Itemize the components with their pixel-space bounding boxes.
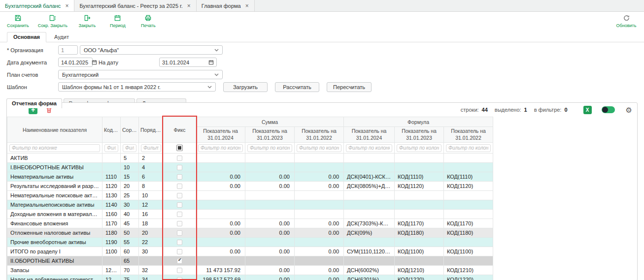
- org-select[interactable]: ООО "Альфа": [80, 45, 223, 55]
- col-header-formula-2022[interactable]: Показатель на 31.01.2022: [444, 127, 493, 143]
- refresh-button[interactable]: Обновить: [615, 14, 637, 28]
- fix-checkbox[interactable]: [177, 174, 182, 180]
- table-row[interactable]: Налог на добавленную стоимость по пр...1…: [7, 275, 493, 280]
- tab-audit[interactable]: Аудит: [48, 32, 75, 42]
- col-header-sum-2022[interactable]: Показатель на 31.01.2022: [295, 127, 344, 143]
- doc-date-field[interactable]: [58, 58, 93, 67]
- fix-checkbox[interactable]: [177, 193, 182, 198]
- gear-icon[interactable]: ⚙: [626, 106, 632, 114]
- filter-input-formula-2023[interactable]: [397, 144, 441, 152]
- col-header-sort[interactable]: Сортировки: [121, 117, 139, 143]
- save-close-button[interactable]: Сокр. Закрыть: [38, 14, 68, 28]
- calendar-icon[interactable]: [208, 60, 214, 65]
- cell-sum-0: 198 517 572.69: [196, 275, 245, 280]
- fix-checkbox[interactable]: [177, 156, 182, 161]
- fix-checkbox[interactable]: [177, 268, 182, 273]
- cell-formula-2: [444, 210, 493, 219]
- cell-sum-2: [295, 238, 344, 247]
- col-header-fix[interactable]: Фикс: [164, 117, 196, 143]
- col-header-formula-2024[interactable]: Показатель на 31.01.2024: [344, 127, 395, 143]
- fix-checkbox[interactable]: [177, 184, 182, 189]
- print-button[interactable]: Печать: [137, 14, 159, 28]
- cell-sum-0: [196, 210, 245, 219]
- col-header-code[interactable]: Код строки: [102, 117, 121, 143]
- period-button[interactable]: Период: [107, 14, 129, 28]
- recalculate-button[interactable]: Пересчитать: [327, 82, 372, 92]
- cell-name: Прочие внеоборотные активы: [7, 238, 102, 247]
- cell-name: Налог на добавленную стоимость по пр...: [7, 275, 102, 280]
- excel-export-button[interactable]: X: [583, 106, 592, 114]
- cell-sum-0: 0.00: [196, 228, 245, 238]
- filter-toggle[interactable]: [602, 106, 615, 113]
- window-tab-balance[interactable]: Бухгалтерский баланс ×: [0, 0, 74, 11]
- table-row[interactable]: I.ВНЕОБОРОТНЫЕ АКТИВЫ104: [7, 163, 493, 172]
- cell-formula-2: КОД(1180): [444, 228, 493, 238]
- fix-checkbox[interactable]: [177, 240, 182, 245]
- doc-date-input[interactable]: [61, 60, 92, 65]
- tab-main[interactable]: Основная: [7, 32, 46, 42]
- tab-report-form[interactable]: Отчетная форма: [6, 98, 62, 108]
- window-tab-registry[interactable]: Бухгалтерский баланс - Реестр за 2025 г.…: [74, 0, 196, 11]
- template-select[interactable]: Шаблон формы №1 от 1 января 2022 г.: [58, 82, 216, 92]
- fix-checkbox[interactable]: [177, 258, 182, 264]
- cell-code: 1120: [102, 182, 121, 191]
- table-row[interactable]: Материальныепоисковые активы11403012: [7, 200, 493, 210]
- cell-sum-2: 0.00: [295, 247, 344, 256]
- filter-input-sum-2024[interactable]: [198, 144, 243, 152]
- filter-input-formula-2022[interactable]: [446, 144, 491, 152]
- fix-checkbox[interactable]: [177, 202, 182, 208]
- plan-select-value: Бухгалтерский: [62, 72, 99, 78]
- fix-checkbox[interactable]: [177, 277, 182, 280]
- table-row[interactable]: Нематериальные активы11101560.000.000.00…: [7, 172, 493, 182]
- filter-input-sort[interactable]: [123, 144, 136, 152]
- col-header-order[interactable]: Порядок расчета: [139, 117, 164, 143]
- filter-input-formula-2024[interactable]: [346, 144, 392, 152]
- cell-fix: [164, 210, 196, 219]
- col-header-sum-2024[interactable]: Показатель на 31.01.2024: [196, 127, 245, 143]
- cell-fix: [164, 154, 196, 163]
- col-header-formula-2023[interactable]: Показатель на 31.01.2023: [395, 127, 444, 143]
- table-row[interactable]: Финансовые вложения117045180.000.000.00Д…: [7, 219, 493, 228]
- fix-checkbox[interactable]: [177, 165, 182, 170]
- filter-input-sum-2022[interactable]: [297, 144, 341, 152]
- col-header-sum-2023[interactable]: Показатель на 31.01.2023: [245, 127, 295, 143]
- filter-input-code[interactable]: [104, 144, 118, 152]
- table-row[interactable]: Запасы1210703211 473 157.920.000.00ДСН(6…: [7, 266, 493, 275]
- load-button[interactable]: Загрузить: [223, 82, 268, 92]
- table-row[interactable]: Результаты исследований и разработок1120…: [7, 182, 493, 191]
- filtered-label: в фильтре:: [534, 107, 562, 113]
- table-row[interactable]: АКТИВ52: [7, 154, 493, 163]
- chevron-down-icon: [207, 86, 212, 89]
- cell-sum-0: 0.00: [196, 182, 245, 191]
- save-button[interactable]: Сохранить: [7, 14, 29, 28]
- table-row[interactable]: Доходные вложения в материальные ц...116…: [7, 210, 493, 219]
- close-button[interactable]: Закрыть: [76, 14, 98, 28]
- close-icon[interactable]: ×: [245, 3, 249, 9]
- close-icon[interactable]: ×: [65, 3, 69, 9]
- table-row[interactable]: Отложенные налоговые активы118050200.000…: [7, 228, 493, 238]
- on-date-field[interactable]: [159, 58, 217, 67]
- calculate-button[interactable]: Рассчитать: [275, 82, 319, 92]
- col-header-name[interactable]: Наименование показателя: [7, 117, 102, 143]
- cell-sort: 45: [121, 219, 139, 228]
- cell-sum-2: 0.00: [295, 275, 344, 280]
- table-row[interactable]: ИТОГО по разделу I110060300.000.000.00СУ…: [7, 247, 493, 256]
- fix-filter-checkbox[interactable]: [176, 145, 183, 151]
- cell-code: 1220: [102, 275, 121, 280]
- close-icon[interactable]: ×: [187, 3, 191, 9]
- fix-checkbox[interactable]: [177, 249, 182, 254]
- filter-input-name[interactable]: [9, 144, 100, 152]
- filter-input-sum-2023[interactable]: [247, 144, 292, 152]
- table-row[interactable]: II.ОБОРОТНЫЕ АКТИВЫ65: [7, 256, 493, 266]
- filter-input-order[interactable]: [141, 144, 161, 152]
- fix-checkbox[interactable]: [177, 212, 182, 217]
- cell-order: 16: [139, 210, 164, 219]
- table-row[interactable]: Нематериальные поисковые активы11302510: [7, 191, 493, 200]
- on-date-input[interactable]: [162, 60, 193, 65]
- org-code-input[interactable]: [58, 45, 78, 55]
- fix-checkbox[interactable]: [177, 230, 182, 236]
- fix-checkbox[interactable]: [177, 221, 182, 226]
- window-tab-main-form[interactable]: Главная форма ×: [197, 0, 255, 11]
- table-row[interactable]: Прочие внеоборотные активы11905522: [7, 238, 493, 247]
- plan-select[interactable]: Бухгалтерский: [58, 70, 223, 79]
